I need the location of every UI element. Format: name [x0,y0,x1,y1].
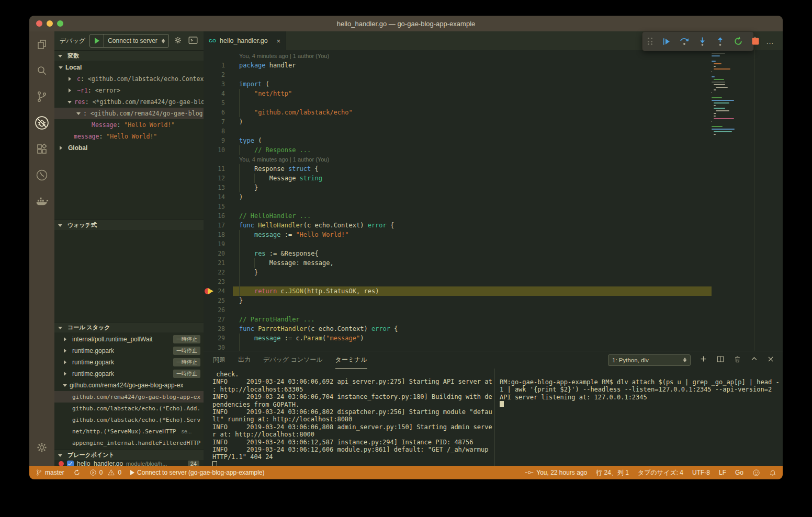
gitlens-blame-item[interactable]: You, 22 hours ago [525,469,587,476]
encoding-item[interactable]: UTF-8 [692,469,710,476]
stop-button[interactable] [751,36,760,47]
maximize-panel-icon[interactable] [750,355,758,365]
code-line[interactable]: 17func HelloHandler(c echo.Context) erro… [204,221,783,230]
code-line[interactable]: 25} [204,296,783,305]
code-line[interactable]: 23 [204,277,783,286]
more-actions-icon[interactable]: … [766,37,774,45]
continue-button[interactable] [661,36,671,47]
code-line[interactable]: 2 [204,70,783,79]
code-line[interactable]: 13 } [204,183,783,192]
callstack-row[interactable]: github.com/labstack/echo.(*Echo).Add. [54,403,204,414]
code-line[interactable]: 24 return c.JSON(http.StatusOK, res) [204,286,783,296]
code-line[interactable]: 15 [204,202,783,211]
callstack-row[interactable]: github.com/rema424/go-gae-blog-app-ex [54,391,204,403]
code-line[interactable]: 4 "net/http" [204,89,783,98]
debug-status-item[interactable]: Connect to server (go-gae-blog-app-examp… [130,469,264,476]
close-panel-icon[interactable] [767,355,774,365]
callstack-row[interactable]: runtime.gopark一時停止 [54,345,204,357]
extensions-icon[interactable] [29,136,54,162]
feedback-smiley-icon[interactable] [752,469,760,477]
zoom-window-button[interactable] [57,20,63,27]
callstack-row[interactable]: runtime.gopark一時停止 [54,357,204,368]
new-terminal-icon[interactable] [700,355,707,365]
variable-scope-row[interactable]: Local [54,62,204,73]
close-window-button[interactable] [36,20,42,27]
minimap[interactable] [712,53,753,136]
breakpoints-section-header[interactable]: ブレークポイント [54,450,204,460]
code-line[interactable]: 18 message := "Hello World!" [204,230,783,239]
debug-console-icon[interactable] [188,36,198,47]
code-line[interactable]: 20 res := &Response{ [204,249,783,258]
terminal-select[interactable]: 1: Python, dlv [608,354,691,366]
code-line[interactable]: 7) [204,117,783,127]
docker-icon[interactable] [29,188,54,214]
code-line[interactable]: 8 [204,127,783,136]
variable-row[interactable]: c: <github.com/labstack/echo.Context> [54,73,204,85]
restart-button[interactable] [733,36,743,47]
notifications-bell-icon[interactable] [769,469,776,477]
breakpoint-checkbox[interactable] [67,461,74,466]
code-line[interactable]: 28func ParrotHandler(c echo.Context) err… [204,324,783,334]
code-line[interactable]: 21 Message: message, [204,258,783,268]
callstack-row[interactable]: github.com/labstack/echo.(*Echo).Serv [54,414,204,426]
problems-item[interactable]: 0 0 [89,469,121,476]
step-out-button[interactable] [715,36,725,47]
variable-row[interactable]: : <github.com/rema424/go-gae-blog-… [54,108,204,119]
code-line[interactable]: 14) [204,192,783,202]
timer-icon[interactable] [29,162,54,188]
code-line[interactable]: 26 [204,305,783,315]
code-line[interactable]: 19 [204,239,783,249]
code-line[interactable]: 11 Response struct { [204,164,783,174]
settings-gear-icon[interactable] [29,434,54,461]
variable-row[interactable]: message: "Hello World!" [54,131,204,142]
debug-icon[interactable] [29,110,54,136]
code-line[interactable]: 9type ( [204,136,783,145]
code-line[interactable]: 5 [204,98,783,108]
explorer-icon[interactable] [29,31,54,58]
git-branch-item[interactable]: master [36,469,64,476]
terminal-left[interactable]: check.INFO 2019-03-24 03:06:06,692 api_s… [204,369,494,466]
callstack-section-header[interactable]: コール スタック [54,322,204,332]
step-over-button[interactable] [679,36,690,47]
code-line[interactable]: 16// HelloHandler ... [204,211,783,221]
callstack-row[interactable]: appengine_internal.handleFilteredHTTP [54,437,204,449]
panel-tab-1[interactable]: 出力 [238,351,251,369]
cursor-position-item[interactable]: 行 24、列 1 [596,468,629,477]
callstack-row[interactable]: github.com/rema424/go-gae-blog-app-ex [54,380,204,391]
minimize-window-button[interactable] [47,20,53,27]
indentation-item[interactable]: タブのサイズ: 4 [638,468,683,477]
variable-row[interactable]: ~r1: <error> [54,85,204,96]
variables-section-header[interactable]: 変数 [54,50,204,61]
code-line[interactable]: 22 } [204,268,783,277]
kill-terminal-icon[interactable] [734,355,741,365]
variable-row[interactable]: res: <*github.com/rema424/go-gae-blo… [54,96,204,108]
language-mode-item[interactable]: Go [735,469,743,476]
split-terminal-icon[interactable] [716,355,725,365]
terminal-right[interactable]: RM:go-gae-blog-app-example RM$ dlv attac… [494,369,783,466]
breakpoint-row[interactable]: hello_handler.go module/blog/h... 24 [54,460,204,466]
code-line[interactable]: 10 // Response ... [204,145,783,155]
watch-section-header[interactable]: ウォッチ式 [54,220,204,230]
code-line[interactable]: 30 [204,343,783,351]
callstack-row[interactable]: runtime.gopark一時停止 [54,368,204,380]
sync-icon[interactable] [73,469,81,476]
panel-tab-3[interactable]: ターミナル [335,351,367,369]
callstack-row[interactable]: internal/poll.runtime_pollWait一時停止 [54,334,204,345]
source-control-icon[interactable] [29,84,54,110]
start-debug-button[interactable] [90,35,104,47]
variable-scope-row[interactable]: Global [54,142,204,154]
code-line[interactable]: 3import ( [204,79,783,89]
code-line[interactable]: 1package handler [204,61,783,70]
debug-configure-gear-icon[interactable] [173,36,183,47]
panel-tab-2[interactable]: デバッグ コンソール [263,351,323,369]
tab-hello-handler[interactable]: GO hello_handler.go × [204,31,286,50]
step-into-button[interactable] [697,36,707,47]
launch-config-select[interactable]: Connect to server [104,37,168,44]
search-icon[interactable] [29,58,54,84]
code-line[interactable]: 27// ParrotHandler ... [204,315,783,324]
code-line[interactable]: 12 Message string [204,174,783,183]
code-line[interactable]: 29 message := c.Param("message") [204,334,783,343]
panel-tab-0[interactable]: 問題 [213,351,225,369]
tab-close-icon[interactable]: × [276,37,280,45]
variable-row[interactable]: Message: "Hello World!" [54,119,204,131]
